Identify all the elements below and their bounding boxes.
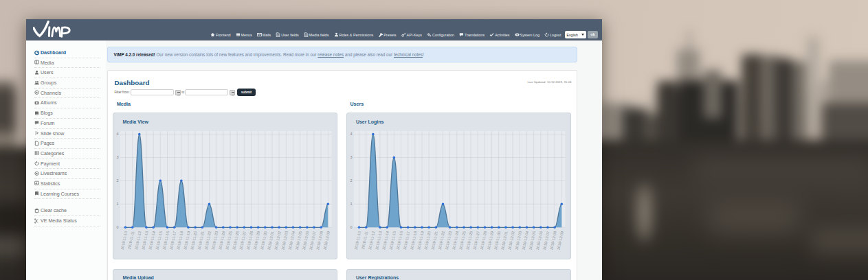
- svg-text:0: 0: [117, 226, 119, 230]
- svg-text:2019-12-09: 2019-12-09: [556, 231, 564, 250]
- svg-text:4: 4: [117, 132, 119, 137]
- svg-text:3: 3: [350, 156, 352, 160]
- svg-text:1: 1: [117, 202, 119, 207]
- svg-text:1: 1: [350, 202, 352, 207]
- svg-text:2: 2: [117, 179, 119, 183]
- svg-text:2019-11-11: 2019-11-11: [361, 231, 368, 250]
- svg-text:3: 3: [117, 156, 119, 160]
- svg-text:2019-12-09: 2019-12-09: [323, 231, 331, 250]
- svg-text:4: 4: [350, 132, 352, 137]
- svg-text:0: 0: [350, 226, 352, 230]
- svg-text:2019-11-11: 2019-11-11: [127, 231, 135, 250]
- svg-text:2: 2: [350, 179, 352, 183]
